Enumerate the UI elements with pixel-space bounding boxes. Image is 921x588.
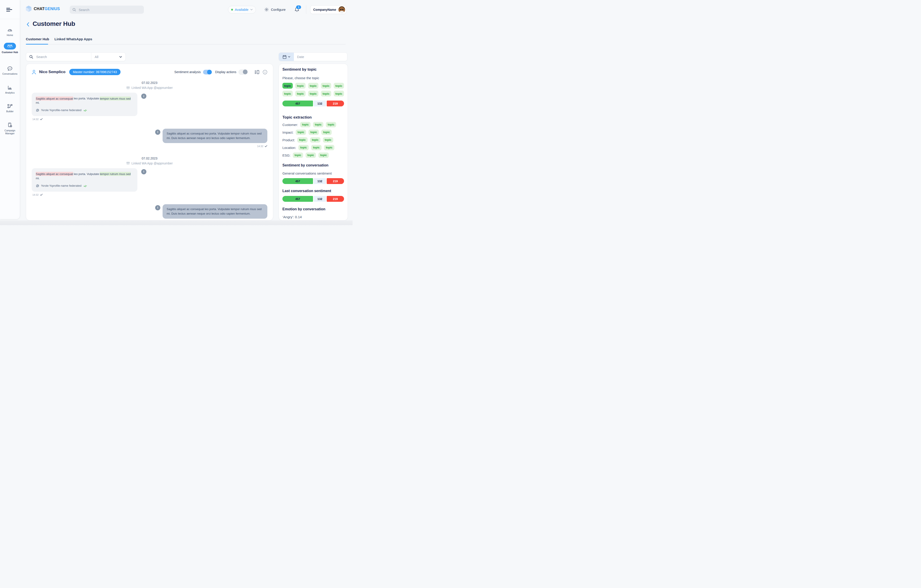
topic-chip[interactable]: topic: [321, 130, 332, 135]
search-icon: [29, 55, 33, 59]
sentiment-by-conversation-title: Sentiment by conversation: [282, 163, 344, 167]
last-sentiment-label: Last conversation sentiment: [282, 189, 344, 193]
display-actions-toggle[interactable]: [239, 70, 247, 75]
tab-customer-hub[interactable]: Customer Hub: [26, 37, 49, 44]
topic-chip[interactable]: topic: [310, 137, 321, 143]
topic-chip[interactable]: topic: [293, 153, 303, 158]
online-status-dot: [231, 9, 233, 11]
app-logo[interactable]: CHATGENIUS: [26, 5, 60, 12]
sidebar-item-conversations[interactable]: Conversations: [0, 66, 20, 75]
availability-label: Available: [235, 8, 249, 11]
message-info-button[interactable]: i: [141, 169, 146, 174]
neutral-count: 132: [314, 178, 326, 184]
negative-count: 219: [327, 196, 344, 202]
filter-select[interactable]: All: [91, 55, 125, 59]
general-sentiment-label: General conversations sentiment: [282, 171, 344, 175]
topic-chip-row: topictopictopic: [297, 137, 333, 143]
topic-extraction-row: Customer:topictopictopic: [282, 122, 344, 127]
topic-chip[interactable]: topic: [282, 91, 293, 96]
info-icon[interactable]: [263, 70, 267, 75]
logo-text: CHATGENIUS: [34, 7, 60, 11]
incoming-message: Sagittis aliquet ac consequat leo porta.…: [32, 93, 137, 116]
message-info-button[interactable]: i: [155, 205, 160, 210]
account-menu[interactable]: CompanyName: [310, 5, 346, 14]
topic-sentiment-bar: 457 132 219: [282, 101, 344, 106]
gear-icon: [264, 7, 269, 12]
topic-chip[interactable]: topic: [300, 122, 311, 127]
sidebar-item-builder[interactable]: Builder: [0, 104, 20, 113]
extraction-row-label: Location:: [282, 146, 296, 150]
topic-chip[interactable]: topic: [309, 130, 319, 135]
message-info-button[interactable]: i: [155, 130, 160, 135]
side-panel-icon[interactable]: [254, 70, 259, 75]
availability-dropdown[interactable]: Available: [228, 6, 256, 13]
topic-extraction-row: ESG:topictopictopic: [282, 153, 344, 158]
topic-chip[interactable]: topic: [296, 130, 306, 135]
negative-count: 219: [327, 101, 344, 106]
topic-chip[interactable]: topic: [282, 83, 293, 89]
topic-chip-row: topictopictopic: [300, 122, 336, 127]
master-number-badge[interactable]: Master number: 397896152743: [69, 69, 120, 75]
sidebar-item-campaign-manager[interactable]: Campaign Manager: [0, 122, 20, 135]
left-sidebar: Home Customer Hub Conversations: [0, 0, 20, 219]
channel-label: Linked WA App @appnumber: [132, 161, 173, 165]
sentiment-analysis-toggle[interactable]: [203, 70, 212, 75]
topic-chip[interactable]: topic: [321, 91, 331, 96]
sidebar-item-label: Home: [1, 34, 19, 37]
topic-chip[interactable]: topic: [308, 91, 318, 96]
calendar-icon: [283, 55, 286, 59]
sidebar-item-analytics[interactable]: Analytics: [0, 85, 20, 94]
topic-chip[interactable]: topic: [298, 145, 309, 150]
archive-icon: [126, 86, 130, 90]
chat-bubble-icon: [7, 66, 13, 71]
topic-chip[interactable]: topic: [318, 153, 329, 158]
topic-chip[interactable]: topic: [313, 122, 323, 127]
sidebar-item-label: Analytics: [1, 91, 19, 94]
flow-builder-icon: [7, 104, 13, 109]
topic-chip[interactable]: topic: [321, 83, 331, 89]
date-mode-button[interactable]: [279, 53, 294, 61]
tab-linked-whatsapp-apps[interactable]: Linked WhatsApp Apps: [54, 37, 92, 44]
search-icon: [72, 8, 76, 12]
choose-topic-label: Please, choose the topic: [282, 76, 344, 80]
sidebar-item-customer-hub[interactable]: Customer Hub: [0, 43, 20, 54]
topic-chip[interactable]: topic: [326, 122, 336, 127]
sentiment-panel: Sentiment by topic Please, choose the to…: [278, 64, 348, 220]
negative-highlight: Sagittis aliquet ac consequat: [36, 172, 73, 176]
message-info-button[interactable]: i: [141, 94, 146, 99]
topic-chip[interactable]: topic: [311, 145, 322, 150]
topic-chip[interactable]: topic: [306, 153, 316, 158]
emotion-entry: ‘Angry’: 0.14: [282, 215, 344, 219]
chevron-down-icon: [288, 56, 290, 58]
topic-chip[interactable]: topic: [334, 83, 344, 89]
topic-chip-row: topictopictopic: [296, 130, 332, 135]
logo-cube-icon: [26, 5, 32, 12]
emotion-title: Emotion by conversation: [282, 207, 344, 211]
sidebar-item-home[interactable]: Home: [0, 28, 20, 37]
message-group: 07.02.2023 Linked WA App @appnumber Sagi…: [32, 81, 267, 148]
topic-chip[interactable]: topic: [297, 137, 308, 143]
menu-toggle-button[interactable]: [6, 8, 12, 11]
contact-name: Nico Semplico: [39, 70, 65, 74]
notifications-button[interactable]: 1: [295, 7, 299, 12]
topic-extraction-rows: Customer:topictopictopicImpact:topictopi…: [282, 122, 344, 158]
global-search-input[interactable]: [78, 8, 141, 12]
date-input[interactable]: [294, 55, 347, 59]
topic-chip[interactable]: topic: [324, 145, 334, 150]
configure-button[interactable]: Configure: [264, 7, 286, 12]
message-time: 14:32: [33, 118, 39, 121]
back-button[interactable]: [26, 22, 29, 27]
topic-chip[interactable]: topic: [323, 137, 333, 143]
topic-chip[interactable]: topic: [308, 83, 318, 89]
whatsapp-icon: [36, 108, 39, 112]
topic-chip[interactable]: topic: [295, 83, 306, 89]
message-meta: %role %profile-name federated: [41, 184, 81, 188]
customer-search-input[interactable]: [36, 55, 88, 59]
whatsapp-icon: [36, 184, 39, 187]
check-icon: [40, 194, 43, 196]
sentiment-toggle-label: Sentiment analysis: [174, 70, 201, 74]
topic-chip[interactable]: topic: [334, 91, 344, 96]
users-icon: [7, 44, 13, 48]
topic-chip[interactable]: topic: [295, 91, 306, 96]
sidebar-divider: [0, 19, 20, 19]
